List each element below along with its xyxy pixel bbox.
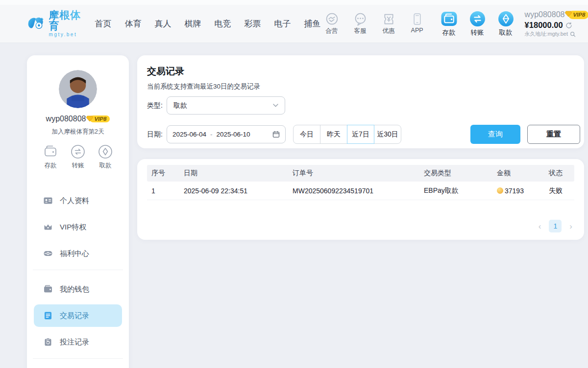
cell-type: EBPay取款	[424, 186, 497, 195]
amount-value: 37193	[505, 187, 524, 195]
promo-button[interactable]: 优惠	[378, 12, 400, 35]
withdraw-label: 取款	[494, 28, 518, 37]
partner-button[interactable]: 合营	[321, 12, 343, 35]
nav-item-fishing[interactable]: 捕鱼	[304, 18, 321, 29]
range-30days-button[interactable]: 近30日	[374, 125, 401, 144]
brand-logo-icon	[27, 13, 45, 35]
search-icon[interactable]	[570, 31, 576, 37]
nav-item-live-casino[interactable]: 真人	[155, 18, 172, 29]
reset-button[interactable]: 重置	[527, 125, 580, 144]
sidebar: wyp080808 VIP8 加入摩根体育第2天 存款 转账	[27, 55, 129, 368]
pagination-next-icon[interactable]: ›	[569, 222, 572, 230]
promo-yen-icon	[382, 12, 396, 26]
refresh-balance-icon[interactable]	[565, 22, 572, 29]
sidebar-item-profile[interactable]: 个人资料	[27, 187, 129, 214]
sidebar-item-wallet[interactable]: 我的钱包	[27, 276, 129, 302]
nav-item-sports[interactable]: 体育	[125, 18, 142, 29]
header-tools: 合营 客服 优惠 APP	[321, 12, 428, 35]
sidebar-item-label: 投注记录	[60, 338, 89, 347]
partner-handshake-icon	[325, 12, 339, 26]
sidebar-item-transactions[interactable]: 交易记录	[34, 304, 122, 327]
vip-badge: VIP8	[568, 11, 588, 19]
deposit-label: 存款	[437, 28, 461, 37]
header-wallet-actions: 存款 转账 取款	[437, 10, 518, 37]
pagination-prev-icon[interactable]: ‹	[539, 222, 541, 230]
sidebar-deposit-button[interactable]: 存款	[39, 143, 62, 170]
gold-coin-icon	[497, 187, 503, 194]
calendar-icon	[272, 131, 280, 138]
range-30days-label: 近30日	[377, 130, 398, 139]
nav-item-slots[interactable]: 电子	[274, 18, 291, 29]
date-separator: -	[210, 131, 213, 138]
brand-domain: mgty.bet	[49, 32, 82, 38]
withdraw-diamond-icon	[497, 10, 514, 27]
page-subtitle: 当前系统支持查询最近30日的交易记录	[147, 82, 580, 91]
vip-diamond-icon	[86, 115, 93, 122]
header: 摩根体育 mgty.bet 首页 体育 真人 棋牌 电竞 彩票 电子 捕鱼 合营	[0, 5, 588, 43]
nav-item-lottery[interactable]: 彩票	[245, 18, 261, 29]
range-yesterday-button[interactable]: 昨天	[320, 125, 347, 144]
table-row: 1 2025-06-09 22:34:51 MW2025060922345197…	[147, 182, 574, 200]
sidebar-avatar-image	[59, 70, 97, 108]
chevron-down-icon	[273, 104, 278, 107]
cell-date: 2025-06-09 22:34:51	[184, 187, 293, 195]
col-header-type: 交易类型	[424, 169, 497, 178]
quick-date-ranges: 今日 昨天 近7日 近30日	[293, 125, 401, 144]
transfer-arrows-icon	[469, 10, 486, 27]
col-header-date: 日期	[184, 169, 293, 178]
transfer-button[interactable]: 转账	[466, 10, 490, 37]
header-user-info: wyp080808 VIP8 ¥18000.00 永久地址:mgty.bet	[525, 10, 588, 37]
brand-logo[interactable]: 摩根体育 mgty.bet	[27, 10, 82, 38]
deposit-button[interactable]: 存款	[437, 10, 461, 37]
main-nav: 首页 体育 真人 棋牌 电竞 彩票 电子 捕鱼	[95, 18, 321, 29]
sidebar-item-vip[interactable]: VIP特权	[27, 214, 129, 240]
range-7days-button[interactable]: 近7日	[347, 125, 374, 144]
menu-divider	[33, 358, 123, 359]
type-label: 类型:	[147, 101, 167, 110]
pagination: ‹ 1 ›	[539, 220, 572, 232]
menu-divider	[33, 270, 123, 270]
crown-icon	[43, 222, 53, 232]
transaction-record-icon	[43, 311, 53, 321]
app-phone-icon	[410, 12, 424, 26]
col-header-order: 订单号	[293, 169, 424, 178]
sidebar-user-row: wyp080808 VIP8	[27, 115, 129, 123]
sidebar-item-prizes[interactable]: 兑奖记录	[27, 365, 129, 368]
range-today-button[interactable]: 今日	[293, 125, 320, 144]
cell-amount: 37193	[497, 187, 549, 195]
vip-level: VIP8	[573, 11, 585, 18]
nav-item-chess[interactable]: 棋牌	[185, 18, 201, 29]
sidebar-avatar[interactable]	[59, 70, 97, 108]
range-today-label: 今日	[300, 130, 314, 139]
sidebar-item-label: 交易记录	[60, 311, 89, 321]
app-label: APP	[406, 27, 428, 34]
date-filter-row: 日期: 2025-06-04 - 2025-06-10 今日 昨天 近7日 近3…	[147, 125, 580, 144]
pagination-page-1[interactable]: 1	[549, 220, 562, 232]
promo-label: 优惠	[378, 27, 400, 35]
range-yesterday-label: 昨天	[327, 130, 341, 139]
sidebar-transfer-button[interactable]: 转账	[67, 143, 89, 170]
sidebar-withdraw-button[interactable]: 取款	[94, 143, 117, 170]
app-download-button[interactable]: APP	[406, 12, 428, 35]
nav-item-esports[interactable]: 电竞	[215, 18, 231, 29]
cell-status: 失败	[549, 186, 574, 195]
type-select[interactable]: 取款	[167, 96, 285, 115]
filter-buttons: 查询 重置	[470, 125, 580, 144]
sidebar-item-bets[interactable]: 投注记录	[27, 329, 129, 355]
date-label: 日期:	[147, 130, 167, 139]
type-select-value: 取款	[173, 101, 187, 110]
permanent-address: 永久地址:mgty.bet	[525, 31, 568, 38]
bet-record-icon	[43, 337, 53, 347]
col-header-seq: 序号	[147, 169, 184, 178]
date-to-value: 2025-06-10	[217, 131, 250, 138]
query-button[interactable]: 查询	[470, 125, 520, 144]
sidebar-withdraw-label: 取款	[94, 161, 117, 170]
sidebar-item-welfare[interactable]: 福利中心	[27, 240, 129, 267]
nav-item-home[interactable]: 首页	[95, 18, 112, 29]
withdraw-button[interactable]: 取款	[494, 10, 518, 37]
date-range-picker[interactable]: 2025-06-04 - 2025-06-10	[167, 125, 286, 143]
customer-service-button[interactable]: 客服	[349, 12, 371, 35]
col-header-status: 状态	[549, 169, 574, 178]
filter-card: 交易记录 当前系统支持查询最近30日的交易记录 类型: 取款 日期: 2025-…	[137, 55, 584, 148]
cell-order-no: MW202506092234519701	[293, 187, 424, 195]
